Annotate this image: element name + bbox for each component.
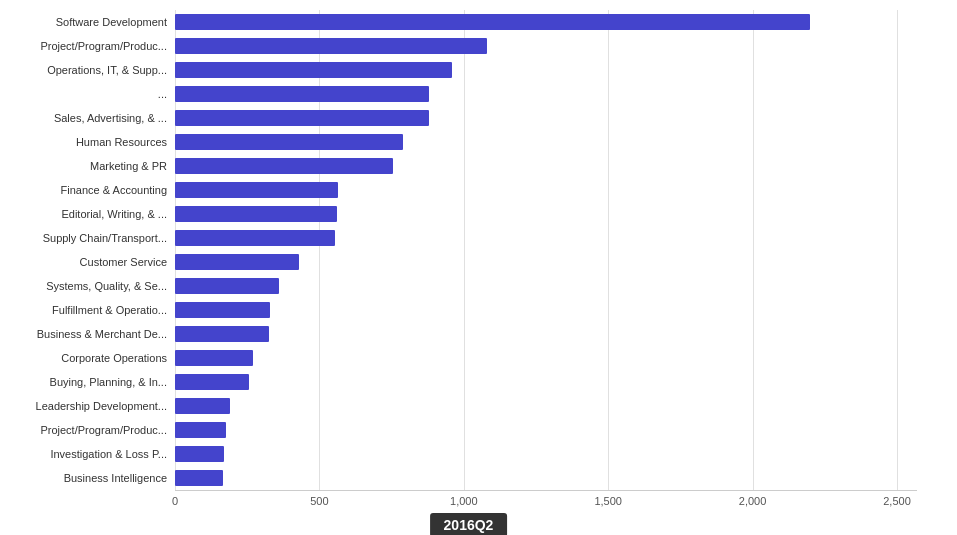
- bar-label: Project/Program/Produc...: [0, 40, 175, 52]
- bar-label: Marketing & PR: [0, 160, 175, 172]
- bar-fill: [175, 446, 224, 462]
- bar-fill: [175, 230, 335, 246]
- bar-label: Project/Program/Produc...: [0, 424, 175, 436]
- bar-track: [175, 178, 937, 202]
- bar-label: Leadership Development...: [0, 400, 175, 412]
- bar-label: Human Resources: [0, 136, 175, 148]
- bar-row: Business Intelligence: [0, 466, 937, 490]
- bar-fill: [175, 62, 452, 78]
- bar-fill: [175, 302, 270, 318]
- bar-fill: [175, 326, 269, 342]
- bar-fill: [175, 86, 429, 102]
- bar-row: Sales, Advertising, & ...: [0, 106, 937, 130]
- bar-row: Business & Merchant De...: [0, 322, 937, 346]
- bar-track: [175, 346, 937, 370]
- bar-label: Customer Service: [0, 256, 175, 268]
- bar-track: [175, 442, 937, 466]
- bar-label: Operations, IT, & Supp...: [0, 64, 175, 76]
- bar-fill: [175, 206, 337, 222]
- x-tick: 500: [310, 495, 328, 507]
- bar-row: Project/Program/Produc...: [0, 418, 937, 442]
- bar-fill: [175, 134, 403, 150]
- bar-row: Leadership Development...: [0, 394, 937, 418]
- bar-fill: [175, 374, 249, 390]
- bar-track: [175, 10, 937, 34]
- bar-track: [175, 82, 937, 106]
- bar-fill: [175, 470, 223, 486]
- bar-row: Investigation & Loss P...: [0, 442, 937, 466]
- bar-track: [175, 322, 937, 346]
- bar-label: Business & Merchant De...: [0, 328, 175, 340]
- bar-row: Customer Service: [0, 250, 937, 274]
- bar-label: Finance & Accounting: [0, 184, 175, 196]
- bar-fill: [175, 158, 393, 174]
- quarter-label: 2016Q2: [430, 513, 508, 535]
- bar-track: [175, 370, 937, 394]
- x-tick: 2,000: [739, 495, 767, 507]
- chart-container: Software DevelopmentProject/Program/Prod…: [0, 0, 957, 535]
- bar-track: [175, 394, 937, 418]
- bar-label: Sales, Advertising, & ...: [0, 112, 175, 124]
- bar-track: [175, 202, 937, 226]
- bar-fill: [175, 350, 253, 366]
- bar-track: [175, 298, 937, 322]
- bar-fill: [175, 38, 487, 54]
- bar-row: Operations, IT, & Supp...: [0, 58, 937, 82]
- bar-fill: [175, 110, 429, 126]
- bar-row: Buying, Planning, & In...: [0, 370, 937, 394]
- chart-area: Software DevelopmentProject/Program/Prod…: [0, 10, 937, 490]
- x-tick: 2,500: [883, 495, 911, 507]
- bar-row: Fulfillment & Operatio...: [0, 298, 937, 322]
- bar-track: [175, 250, 937, 274]
- bar-track: [175, 58, 937, 82]
- bar-row: Human Resources: [0, 130, 937, 154]
- bar-label: Corporate Operations: [0, 352, 175, 364]
- bar-label: Fulfillment & Operatio...: [0, 304, 175, 316]
- bar-track: [175, 34, 937, 58]
- bar-fill: [175, 398, 230, 414]
- bar-label: Buying, Planning, & In...: [0, 376, 175, 388]
- bar-fill: [175, 182, 338, 198]
- bar-track: [175, 130, 937, 154]
- x-axis: 05001,0001,5002,0002,500: [175, 490, 917, 510]
- bar-label: Investigation & Loss P...: [0, 448, 175, 460]
- bar-fill: [175, 254, 299, 270]
- bar-track: [175, 154, 937, 178]
- bar-track: [175, 106, 937, 130]
- bar-row: Marketing & PR: [0, 154, 937, 178]
- bar-label: ...: [0, 88, 175, 100]
- bar-label: Software Development: [0, 16, 175, 28]
- bar-label: Business Intelligence: [0, 472, 175, 484]
- bar-fill: [175, 422, 226, 438]
- bar-label: Editorial, Writing, & ...: [0, 208, 175, 220]
- bar-row: ...: [0, 82, 937, 106]
- bar-row: Project/Program/Produc...: [0, 34, 937, 58]
- bar-track: [175, 466, 937, 490]
- bar-label: Systems, Quality, & Se...: [0, 280, 175, 292]
- bar-row: Editorial, Writing, & ...: [0, 202, 937, 226]
- bar-track: [175, 274, 937, 298]
- bar-row: Finance & Accounting: [0, 178, 937, 202]
- bar-row: Supply Chain/Transport...: [0, 226, 937, 250]
- bar-track: [175, 226, 937, 250]
- bar-row: Software Development: [0, 10, 937, 34]
- bar-fill: [175, 14, 810, 30]
- x-tick: 1,500: [594, 495, 622, 507]
- bar-label: Supply Chain/Transport...: [0, 232, 175, 244]
- bar-fill: [175, 278, 279, 294]
- footer-area: 05001,0001,5002,0002,500 2016Q2: [0, 490, 937, 535]
- x-tick: 0: [172, 495, 178, 507]
- bar-row: Corporate Operations: [0, 346, 937, 370]
- x-tick: 1,000: [450, 495, 478, 507]
- bar-track: [175, 418, 937, 442]
- bar-row: Systems, Quality, & Se...: [0, 274, 937, 298]
